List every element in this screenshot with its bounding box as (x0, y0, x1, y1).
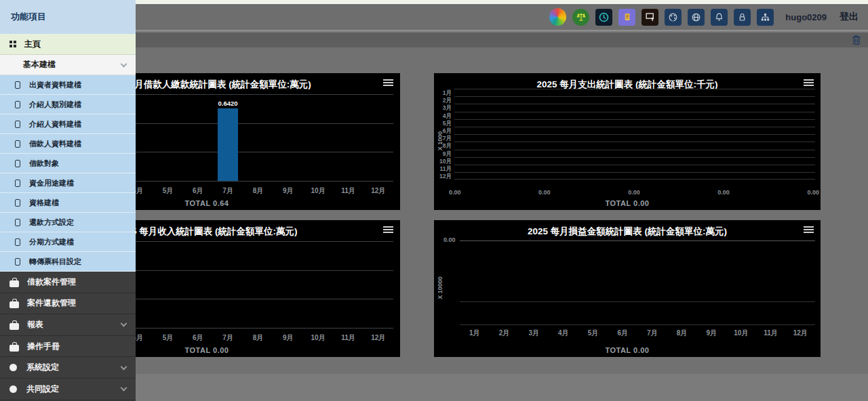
chart-menu-icon[interactable] (804, 226, 814, 234)
logout-button[interactable]: 登出 (840, 11, 859, 23)
sidebar-item-referrer-category-setup[interactable]: 介紹人類別建檔 (0, 95, 136, 114)
sidebar-item-borrower-data-setup[interactable]: 借款人資料建檔 (0, 134, 136, 154)
y-axis-zero-tick: 0.00 (443, 236, 456, 243)
palette-icon[interactable] (665, 9, 682, 26)
record-icon (15, 258, 20, 266)
color-wheel (549, 8, 566, 26)
briefcase-icon (9, 301, 19, 308)
x-axis-months: 1月2月3月4月5月6月7月8月9月10月11月12月 (460, 329, 815, 338)
sidebar-item-voucher-subject-setting[interactable]: 轉傳票科目設定 (0, 252, 136, 272)
chart-title: 2025 每月損益金額統計圖表 (統計金額單位:萬元) (434, 220, 821, 238)
payment-bar (218, 108, 238, 181)
chevron-down-icon (121, 320, 127, 327)
sidebar-item-system-settings[interactable]: 系統設定 (0, 357, 136, 379)
presentation-icon[interactable] (642, 9, 658, 26)
chart-total: TOTAL 0.00 (434, 199, 821, 207)
briefcase-icon (9, 323, 19, 330)
briefcase-icon (9, 345, 19, 352)
sidebar-item-label: 介紹人類別建檔 (29, 100, 81, 110)
globe-icon[interactable] (688, 9, 705, 26)
sidebar-item-label: 報表 (27, 319, 43, 331)
sidebar-item-case-repayment-management[interactable]: 案件還款管理 (0, 293, 136, 315)
record-icon (15, 121, 20, 128)
sidebar-item-label: 還款方式設定 (29, 217, 74, 228)
color-wheel-logo-icon[interactable] (549, 9, 566, 26)
category-rows: 1月2月3月4月5月6月7月8月9月10月11月12月 (454, 89, 815, 180)
sidebar-item-label: 案件還款管理 (27, 297, 76, 309)
sidebar-item-referrer-data-setup[interactable]: 介紹人資料建檔 (0, 114, 136, 134)
sidebar-item-fund-usage-setup[interactable]: 資金用途建檔 (0, 173, 136, 193)
sidebar-item-reports[interactable]: 報表 (0, 314, 136, 336)
lock-icon[interactable] (734, 9, 751, 26)
sidebar-item-label: 操作手冊 (27, 341, 60, 352)
record-icon (15, 101, 20, 108)
circle-icon (9, 385, 17, 393)
chevron-down-icon (121, 60, 127, 67)
sidebar-item-label: 借款對象 (29, 159, 59, 169)
sidebar-item-label: 借款案件管理 (27, 276, 76, 288)
sidebar-item-loan-target[interactable]: 借款對象 (0, 154, 136, 173)
username-label: hugo0209 (785, 12, 827, 22)
record-icon (15, 199, 20, 207)
clock-icon[interactable] (595, 9, 612, 26)
sidebar-item-common-settings[interactable]: 共同設定 (0, 379, 136, 400)
chart-panel-expenses: 2025 每月支出統計圖表 (統計金額單位:千元) X 1000 1月2月3月4… (434, 73, 821, 210)
chevron-down-icon (121, 363, 127, 370)
chart-total: TOTAL 0.00 (434, 346, 821, 354)
sidebar-item-loan-case-management[interactable]: 借款案件管理 (0, 272, 136, 293)
sidebar-item-label: 主頁 (24, 39, 41, 50)
sidebar-item-label: 轉傳票科目設定 (29, 257, 81, 267)
sidebar-item-label: 借款人資料建檔 (29, 139, 81, 149)
home-grid-icon (9, 41, 16, 47)
sidebar-item-installment-method-setup[interactable]: 分期方式建檔 (0, 232, 136, 252)
chart-panel-profit-loss: 2025 每月損益金額統計圖表 (統計金額單位:萬元) 0.00 X 10000… (434, 220, 821, 357)
gridline (460, 324, 815, 325)
sidebar-item-label: 系統設定 (26, 362, 59, 373)
chart-menu-icon[interactable] (383, 79, 393, 87)
chart-menu-icon[interactable] (383, 226, 393, 234)
trash-icon[interactable] (852, 35, 861, 45)
record-icon (15, 238, 20, 246)
record-icon (15, 160, 20, 167)
sidebar-item-label: 出資者資料建檔 (29, 80, 81, 90)
sidebar-item-qualification-setup[interactable]: 資格建檔 (0, 193, 136, 213)
sidebar-item-label: 介紹人資料建檔 (29, 119, 81, 129)
bar-value-label: 0.6420 (218, 100, 237, 107)
record-icon (15, 140, 20, 148)
record-icon (15, 219, 20, 226)
sitemap-icon[interactable] (757, 9, 774, 26)
gridline (460, 301, 815, 302)
zero-value-line (460, 240, 815, 241)
bell-icon[interactable] (711, 9, 728, 26)
record-icon (15, 180, 20, 187)
record-icon (15, 81, 20, 89)
sidebar-item-investor-setup[interactable]: 出資者資料建檔 (0, 75, 136, 95)
sidebar-group-basic-setup[interactable]: 基本建檔 (0, 55, 136, 75)
sidebar-item-label: 分期方式建檔 (29, 237, 74, 247)
circle-icon (9, 364, 17, 371)
sidebar-item-label: 資格建檔 (29, 198, 59, 208)
sidebar-item-repayment-method-setting[interactable]: 還款方式設定 (0, 213, 136, 232)
sidebar-title: 功能項目 (0, 0, 136, 34)
sidebar: 功能項目 主頁 基本建檔 出資者資料建檔 介紹人類別建檔 介紹人資料建檔 借款人… (0, 0, 136, 401)
bar-column-july: 0.6420 (208, 100, 248, 181)
sidebar-item-label: 共同設定 (26, 383, 59, 395)
sidebar-group-label: 基本建檔 (23, 59, 56, 70)
briefcase-icon (9, 280, 19, 287)
x-axis-ticks: 0.000.000.000.000.00 (449, 189, 819, 196)
sidebar-item-label: 資金用途建檔 (29, 178, 74, 188)
y-axis-unit: X 10000 (437, 272, 443, 303)
scroll-document-icon[interactable] (618, 9, 635, 26)
chart-menu-icon[interactable] (804, 79, 814, 87)
scales-badge-icon[interactable] (572, 9, 589, 26)
sidebar-item-operation-manual[interactable]: 操作手冊 (0, 336, 136, 358)
chevron-down-icon (121, 385, 127, 392)
sidebar-item-home[interactable]: 主頁 (0, 34, 136, 55)
